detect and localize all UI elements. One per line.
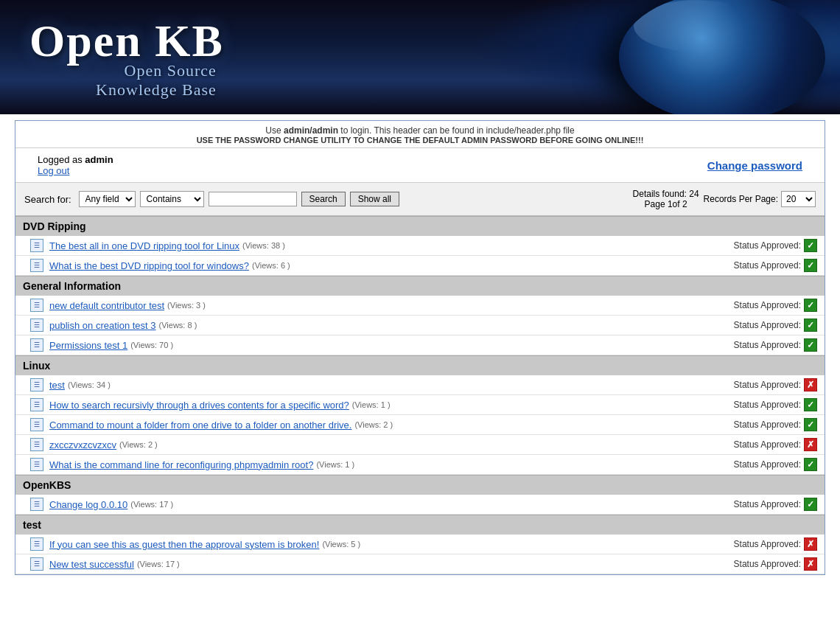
header-title: Open KB Open Source Knowledge Base	[0, 15, 224, 100]
category-header: Linux	[15, 355, 825, 375]
header-globe	[619, 0, 825, 114]
article-link[interactable]: publish on creation test 3	[49, 320, 156, 331]
table-row: ☰publish on creation test 3 (Views: 8 )S…	[15, 316, 825, 335]
status-badge[interactable]: ✓	[804, 498, 817, 511]
article-status: Status Approved:✓	[734, 338, 817, 352]
article-status: Status Approved:✗	[734, 537, 817, 551]
status-badge[interactable]: ✓	[804, 398, 817, 411]
article-link[interactable]: The best all in one DVD ripping tool for…	[49, 240, 239, 251]
article-icon: ☰	[30, 498, 43, 511]
article-link[interactable]: New test successful	[49, 559, 134, 570]
status-badge[interactable]: ✓	[804, 259, 817, 272]
article-views: (Views: 38 )	[242, 241, 285, 250]
article-icon: ☰	[30, 338, 43, 352]
table-row: ☰What is the command line for reconfigur…	[15, 455, 825, 475]
status-label: Status Approved:	[734, 260, 801, 271]
article-views: (Views: 1 )	[316, 460, 354, 469]
article-status: Status Approved:✓	[734, 319, 817, 332]
status-label: Status Approved:	[734, 499, 801, 509]
article-icon: ☰	[30, 398, 43, 411]
article-status: Status Approved:✓	[734, 498, 817, 511]
article-icon: ☰	[30, 458, 43, 471]
article-link[interactable]: zxcczvxzcvzxcv	[49, 439, 116, 450]
article-views: (Views: 1 )	[352, 400, 391, 409]
article-icon: ☰	[30, 378, 43, 391]
article-views: (Views: 70 )	[130, 341, 173, 349]
status-badge[interactable]: ✓	[804, 418, 817, 431]
article-link[interactable]: If you can see this as guest then the ap…	[49, 539, 319, 550]
table-row: ☰If you can see this as guest then the a…	[15, 535, 825, 554]
status-badge[interactable]: ✓	[804, 338, 817, 352]
logged-in-info: Logged as admin Log out	[38, 154, 113, 176]
table-row: ☰zxcczvxzcvzxcv (Views: 2 )Status Approv…	[15, 435, 825, 455]
auth-bar: Logged as admin Log out Change password	[15, 148, 825, 183]
article-views: (Views: 3 )	[167, 301, 206, 310]
article-icon: ☰	[30, 319, 43, 332]
status-badge[interactable]: ✓	[804, 299, 817, 312]
status-label: Status Approved:	[734, 400, 801, 410]
article-icon: ☰	[30, 299, 43, 312]
status-label: Status Approved:	[734, 439, 801, 450]
status-label: Status Approved:	[734, 300, 801, 310]
status-label: Status Approved:	[734, 380, 801, 390]
article-icon: ☰	[30, 418, 43, 431]
field-select[interactable]: Any field Title Content	[79, 191, 136, 207]
category-header: OpenKBS	[15, 475, 825, 495]
records-select[interactable]: 20 10 50 100	[781, 191, 816, 207]
table-row: ☰Command to mount a folder from one driv…	[15, 415, 825, 435]
article-status: Status Approved:✗	[734, 557, 817, 571]
article-link[interactable]: Command to mount a folder from one drive…	[49, 420, 351, 431]
article-link[interactable]: What is the best DVD ripping tool for wi…	[49, 260, 249, 271]
article-icon: ☰	[30, 557, 43, 571]
article-icon: ☰	[30, 259, 43, 272]
main-container: Use admin/admin to login. This header ca…	[15, 120, 825, 575]
status-badge[interactable]: ✓	[804, 319, 817, 332]
table-row: ☰New test successful (Views: 17 )Status …	[15, 554, 825, 574]
status-label: Status Approved:	[734, 240, 801, 251]
table-row: ☰Permissions test 1 (Views: 70 )Status A…	[15, 335, 825, 355]
status-label: Status Approved:	[734, 539, 801, 549]
article-status: Status Approved:✓	[734, 458, 817, 471]
status-badge[interactable]: ✓	[804, 458, 817, 471]
article-status: Status Approved:✓	[734, 299, 817, 312]
site-header: Open KB Open Source Knowledge Base	[0, 0, 840, 114]
article-link[interactable]: What is the command line for reconfiguri…	[49, 459, 313, 470]
status-badge[interactable]: ✗	[804, 537, 817, 551]
article-views: (Views: 2 )	[354, 420, 393, 429]
table-row: ☰How to search recursivly through a driv…	[15, 395, 825, 415]
search-label: Search for:	[24, 194, 71, 205]
table-row: ☰What is the best DVD ripping tool for w…	[15, 256, 825, 276]
article-status: Status Approved:✗	[734, 378, 817, 391]
article-link[interactable]: How to search recursivly through a drive…	[49, 400, 349, 411]
status-badge[interactable]: ✗	[804, 378, 817, 391]
article-status: Status Approved:✓	[734, 239, 817, 252]
condition-select[interactable]: Contains Starts with Ends with	[140, 191, 204, 207]
category-header: DVD Ripping	[15, 216, 825, 236]
notice-bar: Use admin/admin to login. This header ca…	[15, 121, 825, 148]
category-header: test	[15, 515, 825, 535]
article-link[interactable]: Change log 0.0.10	[49, 499, 127, 510]
search-input[interactable]	[209, 192, 297, 206]
article-views: (Views: 8 )	[159, 321, 197, 330]
category-header: General Information	[15, 276, 825, 296]
show-all-button[interactable]: Show all	[350, 192, 399, 206]
article-link[interactable]: Permissions test 1	[49, 340, 127, 351]
article-icon: ☰	[30, 438, 43, 451]
article-link[interactable]: test	[49, 380, 65, 391]
status-badge[interactable]: ✗	[804, 557, 817, 571]
table-row: ☰new default contributor test (Views: 3 …	[15, 296, 825, 316]
article-views: (Views: 17 )	[137, 560, 180, 568]
status-badge[interactable]: ✗	[804, 438, 817, 451]
search-button[interactable]: Search	[301, 192, 346, 206]
site-name: Open KB	[29, 15, 224, 67]
logout-link[interactable]: Log out	[38, 165, 69, 176]
status-badge[interactable]: ✓	[804, 239, 817, 252]
change-password-link[interactable]: Change password	[707, 159, 802, 172]
records-per-page: Records Per Page: 20 10 50 100	[704, 191, 816, 207]
content-area: DVD Ripping☰The best all in one DVD ripp…	[15, 216, 825, 574]
status-label: Status Approved:	[734, 459, 801, 470]
article-status: Status Approved:✓	[734, 259, 817, 272]
article-link[interactable]: new default contributor test	[49, 300, 164, 311]
article-status: Status Approved:✗	[734, 438, 817, 451]
search-bar: Search for: Any field Title Content Cont…	[15, 183, 825, 216]
